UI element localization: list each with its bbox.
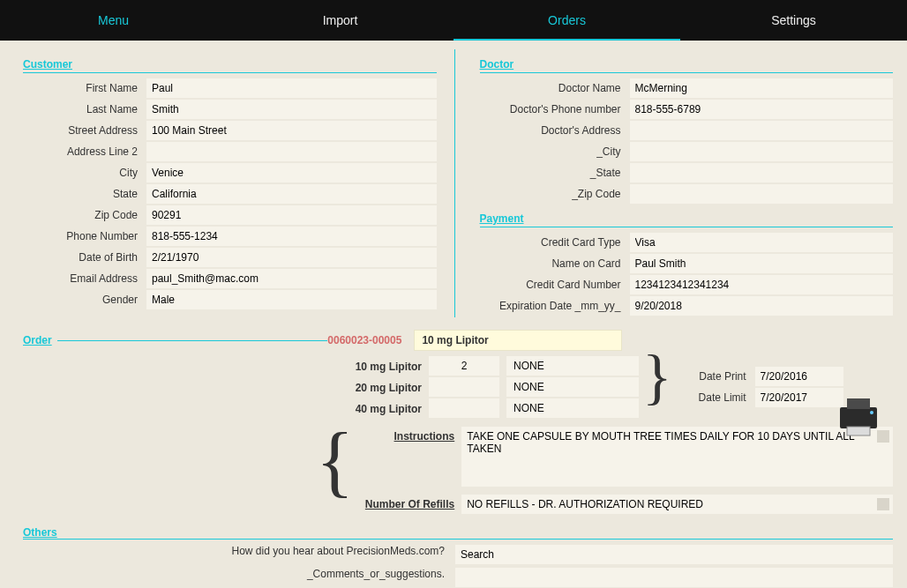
- phone-input[interactable]: [146, 227, 437, 246]
- lbl-instructions: Instructions: [359, 427, 461, 489]
- svg-rect-1: [847, 398, 870, 409]
- hear-input[interactable]: [455, 545, 893, 564]
- cc-name-input[interactable]: [630, 254, 894, 273]
- lbl-doc-city: _City: [471, 145, 630, 158]
- instructions-input[interactable]: [461, 427, 893, 487]
- qty-10mg-input[interactable]: [429, 356, 499, 376]
- lbl-date-limit: Date Limit: [693, 391, 755, 404]
- lbl-cc-name: Name on Card: [471, 257, 630, 270]
- addr2-input[interactable]: [146, 142, 437, 161]
- lbl-city: City: [14, 167, 146, 179]
- refills-input[interactable]: [461, 495, 893, 514]
- lbl-email: Email Address: [14, 272, 146, 285]
- zip-input[interactable]: [146, 205, 437, 225]
- lbl-cc-exp: Expiration Date _mm_yy_: [471, 300, 630, 312]
- section-payment: Payment: [480, 211, 894, 227]
- lbl-doc-addr: Doctor's Address: [471, 124, 630, 137]
- lbl-doc-zip: _Zip Code: [471, 188, 630, 200]
- printer-icon[interactable]: [835, 395, 882, 439]
- doctor-name-input[interactable]: [630, 78, 894, 98]
- qty-40mg-input[interactable]: [429, 398, 499, 418]
- opt-20mg-input[interactable]: [506, 377, 639, 397]
- order-number: 0060023-00005: [327, 334, 401, 346]
- order-product-name: 10 mg Lipitor: [414, 330, 622, 351]
- qty-20mg-input[interactable]: [429, 377, 499, 397]
- nav-tab-orders[interactable]: Orders: [454, 0, 680, 41]
- lbl-cc-number: Credit Card Number: [471, 279, 630, 291]
- brace-right-icon: }: [639, 351, 676, 414]
- city-input[interactable]: [146, 163, 437, 182]
- brace-left-icon: {: [311, 430, 359, 492]
- email-input[interactable]: [146, 269, 437, 288]
- lbl-20mg: 20 mg Lipitor: [14, 377, 429, 398]
- section-doctor: Doctor: [480, 56, 894, 73]
- doctor-zip-input[interactable]: [630, 184, 894, 204]
- street-input[interactable]: [146, 121, 437, 140]
- lbl-cc-type: Credit Card Type: [471, 236, 630, 249]
- opt-10mg-input[interactable]: [506, 356, 639, 376]
- lbl-40mg: 40 mg Lipitor: [14, 398, 429, 420]
- doctor-state-input[interactable]: [630, 163, 894, 182]
- svg-rect-2: [847, 427, 870, 435]
- lbl-hear: How did you hear about PrecisionMeds.com…: [14, 545, 455, 564]
- lbl-last-name: Last Name: [14, 103, 146, 115]
- state-input[interactable]: [146, 184, 437, 204]
- cc-exp-input[interactable]: [630, 296, 894, 316]
- section-others: Others: [23, 526, 893, 540]
- comments-input[interactable]: [455, 568, 893, 587]
- doctor-addr-input[interactable]: [630, 121, 894, 140]
- lbl-state: State: [14, 188, 146, 200]
- opt-40mg-input[interactable]: [506, 398, 639, 418]
- lbl-doc-phone: Doctor's Phone number: [471, 103, 630, 115]
- lbl-date-print: Date Print: [693, 370, 755, 383]
- lbl-phone: Phone Number: [14, 230, 146, 242]
- dob-input[interactable]: [146, 248, 437, 267]
- lbl-doc-state: _State: [471, 167, 630, 179]
- doctor-phone-input[interactable]: [630, 100, 894, 119]
- date-limit-input[interactable]: [755, 388, 843, 407]
- first-name-input[interactable]: [146, 78, 437, 98]
- svg-rect-0: [840, 407, 877, 428]
- last-name-input[interactable]: [146, 100, 437, 119]
- lbl-street: Street Address: [14, 124, 146, 137]
- lbl-doc-name: Doctor Name: [471, 82, 630, 94]
- lbl-comments: _Comments_or_suggestions.: [14, 568, 455, 587]
- section-order: Order: [23, 334, 52, 346]
- nav-tab-import[interactable]: Import: [227, 0, 454, 41]
- doctor-city-input[interactable]: [630, 142, 894, 161]
- section-customer: Customer: [23, 56, 437, 73]
- svg-point-3: [870, 411, 873, 414]
- gender-input[interactable]: [146, 290, 437, 309]
- lbl-zip: Zip Code: [14, 209, 146, 221]
- nav-tab-menu[interactable]: Menu: [0, 0, 227, 41]
- lbl-refills: Number Of Refills: [359, 498, 461, 510]
- nav-tab-settings[interactable]: Settings: [680, 0, 907, 41]
- lbl-addr2: Address Line 2: [14, 145, 146, 158]
- cc-type-input[interactable]: [630, 233, 894, 252]
- lbl-gender: Gender: [14, 294, 146, 306]
- lbl-first-name: First Name: [14, 82, 146, 94]
- date-print-input[interactable]: [755, 367, 843, 386]
- lbl-10mg: 10 mg Lipitor: [14, 356, 429, 377]
- lbl-dob: Date of Birth: [14, 251, 146, 264]
- cc-number-input[interactable]: [630, 275, 894, 294]
